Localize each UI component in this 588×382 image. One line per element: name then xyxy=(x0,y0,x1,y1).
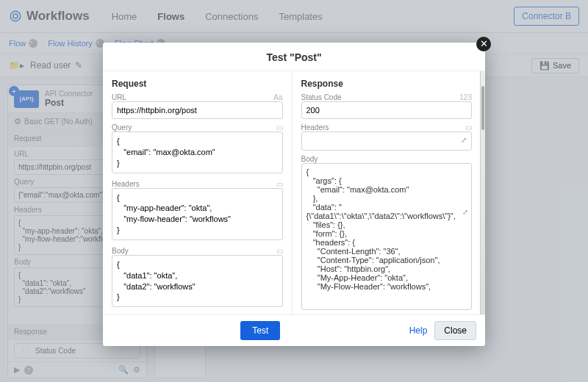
close-button[interactable]: Close xyxy=(434,321,476,340)
expand-icon[interactable]: ⤢ xyxy=(461,136,467,144)
object-icon: ▭ xyxy=(276,180,283,188)
scrollbar[interactable] xyxy=(480,71,485,314)
dialog-footer: Test Help Close xyxy=(103,314,485,346)
expand-icon[interactable]: ⤢ xyxy=(462,208,468,216)
response-heading: Response xyxy=(301,79,473,89)
object-icon: ▭ xyxy=(276,247,283,255)
request-column: Request URLAa Query▭ { "email": "max@okt… xyxy=(103,71,292,314)
help-button[interactable]: Help xyxy=(409,325,428,336)
response-headers-value[interactable]: ⤢ xyxy=(301,131,473,151)
status-code-value[interactable] xyxy=(301,101,473,119)
number-type-icon: 123 xyxy=(459,93,472,101)
body-input[interactable]: { "data1": "okta", "data2": "workflows" … xyxy=(112,255,283,307)
query-label: Query xyxy=(112,123,132,131)
close-icon[interactable]: ✕ xyxy=(476,37,491,51)
test-dialog: ✕ Test "Post" Request URLAa Query▭ { "em… xyxy=(103,43,485,346)
query-input[interactable]: { "email": "max@okta.com" } xyxy=(112,131,283,173)
scroll-thumb[interactable] xyxy=(481,86,484,130)
modal-overlay: ✕ Test "Post" Request URLAa Query▭ { "em… xyxy=(0,0,588,382)
url-input[interactable] xyxy=(112,101,283,119)
text-type-icon: Aa xyxy=(273,93,282,101)
test-button[interactable]: Test xyxy=(240,321,280,340)
headers-label: Headers xyxy=(112,180,140,188)
status-label: Status Code xyxy=(301,93,342,101)
headers-input[interactable]: { "my-app-header": "okta", "my-flow-head… xyxy=(112,188,283,240)
request-heading: Request xyxy=(112,79,283,89)
headers-label: Headers xyxy=(301,123,329,131)
object-icon: ▭ xyxy=(465,123,472,131)
response-body-value[interactable]: ⤢{ "args": { "email": "max@okta.com" }, … xyxy=(301,163,473,310)
body-label: Body xyxy=(112,247,129,255)
body-label: Body xyxy=(301,155,318,163)
object-icon: ▭ xyxy=(276,123,283,131)
url-label: URL xyxy=(112,93,126,101)
dialog-title: Test "Post" xyxy=(103,43,485,71)
response-column: Response Status Code123 Headers▭ ⤢ Body … xyxy=(292,71,486,314)
